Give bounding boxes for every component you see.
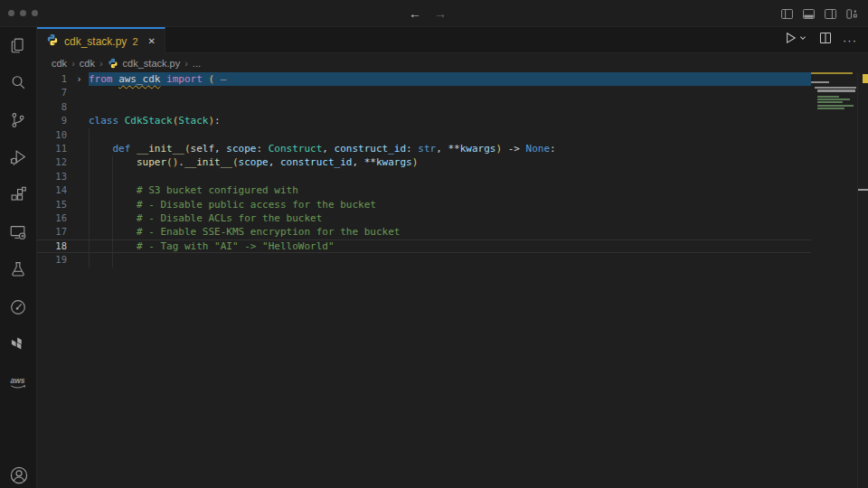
breadcrumb-item[interactable]: cdk (52, 58, 67, 69)
code-text: def __init__(self, scope: Construct, con… (89, 142, 811, 155)
navigate-back-icon[interactable]: ← (409, 7, 421, 20)
line-number: 7 (37, 86, 70, 99)
indent-guide (89, 198, 90, 211)
line-number: 8 (37, 100, 70, 114)
code-tool-icon[interactable] (7, 296, 29, 318)
python-file-icon (46, 33, 59, 50)
aws-icon[interactable]: aws (7, 371, 29, 393)
extensions-icon[interactable] (7, 184, 29, 206)
navigate-forward-icon[interactable]: → (434, 7, 447, 20)
code-line[interactable]: 1›from aws_cdk import ( — (37, 72, 811, 86)
indent-guide (112, 155, 113, 169)
line-number: 1 (37, 72, 70, 86)
code-text: from aws_cdk import ( — (89, 72, 811, 86)
line-number: 15 (37, 198, 70, 211)
code-text: # - Enable SSE-KMS encryption for the bu… (89, 225, 811, 239)
minimap-line (811, 93, 857, 95)
fold-chevron-icon[interactable]: › (70, 72, 89, 86)
toggle-primary-sidebar-icon[interactable] (780, 7, 794, 21)
activity-bar: aws (0, 27, 37, 488)
minimap-line (815, 87, 856, 89)
indent-guide (89, 225, 90, 239)
minimap-line (817, 105, 854, 107)
minimap-line (817, 108, 844, 109)
code-line[interactable]: 7 (37, 86, 811, 99)
indent-guide (112, 211, 113, 225)
chevron-right-icon: › (184, 58, 188, 69)
tab-title: cdk_stack.py (64, 35, 127, 48)
aws-word: aws (10, 375, 24, 384)
window-button-icon[interactable] (20, 10, 26, 16)
split-editor-icon[interactable] (819, 32, 832, 48)
minimap-line (811, 72, 853, 74)
remote-explorer-icon[interactable] (7, 221, 29, 243)
code-text: # - Disable ACLs for the bucket (89, 211, 811, 225)
code-text: # - Tag with "AI" -> "HelloWorld" (89, 239, 811, 253)
window-button-icon[interactable] (8, 10, 14, 16)
fold-gutter (70, 114, 89, 127)
code-line[interactable]: 12 super().__init__(scope, construct_id,… (37, 155, 811, 169)
code-line[interactable]: 17 # - Enable SSE-KMS encryption for the… (37, 225, 811, 239)
line-number: 16 (37, 211, 70, 225)
tab-close-icon[interactable]: ✕ (148, 36, 156, 46)
minimap[interactable] (811, 72, 857, 113)
explorer-icon[interactable] (7, 34, 29, 56)
code-line[interactable]: 16 # - Disable ACLs for the bucket (37, 211, 811, 225)
line-number: 13 (37, 170, 70, 183)
code-editor[interactable]: 1›from aws_cdk import ( —789class CdkSta… (37, 72, 811, 267)
source-control-icon[interactable] (7, 109, 29, 131)
line-number: 11 (37, 142, 70, 155)
code-text (89, 170, 811, 183)
code-line[interactable]: 18 # - Tag with "AI" -> "HelloWorld" (37, 239, 811, 253)
code-text: super().__init__(scope, construct_id, **… (89, 155, 811, 169)
window-controls[interactable] (8, 10, 38, 16)
line-number: 10 (37, 128, 70, 142)
toggle-panel-icon[interactable] (802, 7, 816, 21)
editor-group: cdk_stack.py 2 ✕ ··· cdk › cdk › (37, 27, 868, 488)
fold-gutter (70, 128, 89, 142)
code-line[interactable]: 19 (37, 253, 811, 267)
more-actions-icon[interactable]: ··· (843, 34, 857, 46)
code-line[interactable]: 9class CdkStack(Stack): (37, 114, 811, 127)
customize-layout-icon[interactable] (845, 7, 859, 21)
line-number: 19 (37, 253, 70, 267)
code-line[interactable]: 15 # - Disable public access for the buc… (37, 198, 811, 211)
breadcrumb-item[interactable]: ... (193, 58, 201, 69)
chevron-right-icon: › (71, 58, 75, 69)
indent-guide (112, 239, 113, 253)
code-line[interactable]: 11 def __init__(self, scope: Construct, … (37, 142, 811, 155)
minimap-line (811, 78, 857, 80)
breadcrumb-item[interactable]: cdk (80, 58, 95, 69)
tab-warning-badge: 2 (132, 36, 137, 47)
run-python-file-icon[interactable] (785, 32, 808, 48)
minimap-line (811, 75, 857, 77)
title-bar: ← → (0, 0, 868, 27)
line-number: 12 (37, 155, 70, 169)
code-line[interactable]: 10 (37, 128, 811, 142)
tab-cdk-stack-py[interactable]: cdk_stack.py 2 ✕ (37, 27, 165, 53)
code-line[interactable]: 14 # S3 bucket configured with (37, 183, 811, 197)
minimap-line (817, 99, 850, 100)
line-number: 9 (37, 114, 70, 127)
indent-guide (89, 239, 90, 253)
window-button-icon[interactable] (32, 10, 38, 16)
testing-beaker-icon[interactable] (7, 258, 29, 280)
code-line[interactable]: 8 (37, 100, 811, 114)
warning-marker (863, 74, 868, 83)
search-icon[interactable] (7, 71, 29, 93)
run-and-debug-icon[interactable] (7, 146, 29, 168)
code-line[interactable]: 13 (37, 170, 811, 183)
fold-gutter (70, 170, 89, 183)
accounts-icon[interactable] (8, 465, 30, 486)
breadcrumb-item[interactable]: cdk_stack.py (123, 58, 181, 69)
fold-gutter (70, 225, 89, 239)
indent-guide (112, 225, 113, 239)
line-number: 14 (37, 183, 70, 197)
code-text (89, 86, 811, 99)
code-text (89, 128, 811, 142)
minimap-line (811, 81, 829, 83)
code-text: # - Disable public access for the bucket (89, 198, 811, 211)
toggle-secondary-sidebar-icon[interactable] (824, 7, 837, 21)
terraform-icon[interactable] (7, 333, 29, 355)
overview-ruler[interactable] (857, 72, 868, 488)
